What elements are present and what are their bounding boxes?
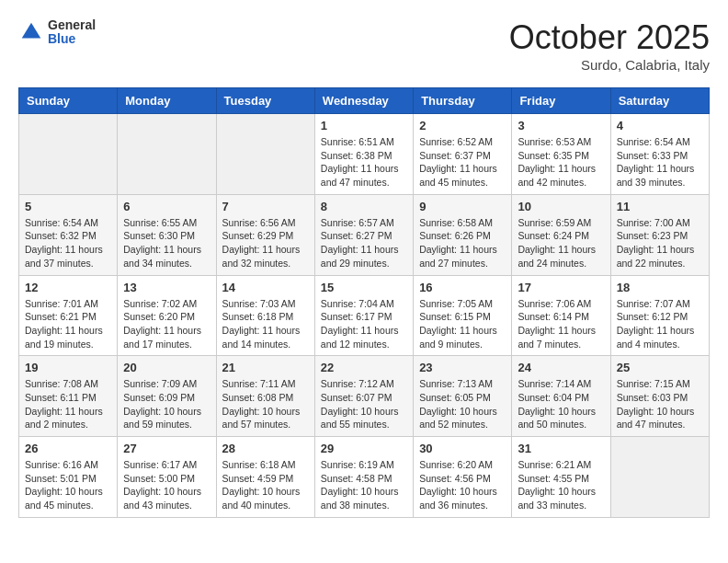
calendar-cell (118, 114, 216, 195)
day-number: 22 (321, 361, 407, 374)
day-number: 16 (419, 281, 506, 294)
day-info: Sunrise: 6:53 AM Sunset: 6:35 PM Dayligh… (518, 135, 604, 190)
day-info: Sunrise: 7:06 AM Sunset: 6:14 PM Dayligh… (518, 297, 604, 351)
day-number: 24 (518, 361, 604, 374)
day-info: Sunrise: 6:56 AM Sunset: 6:29 PM Dayligh… (222, 216, 309, 270)
calendar-cell: 31Sunrise: 6:21 AM Sunset: 4:55 PM Dayli… (512, 437, 610, 518)
calendar-cell: 12Sunrise: 7:01 AM Sunset: 6:21 PM Dayli… (19, 275, 118, 356)
day-info: Sunrise: 6:51 AM Sunset: 6:38 PM Dayligh… (321, 135, 407, 190)
calendar-cell: 4Sunrise: 6:54 AM Sunset: 6:33 PM Daylig… (610, 114, 709, 195)
day-info: Sunrise: 7:07 AM Sunset: 6:12 PM Dayligh… (617, 297, 703, 351)
calendar-cell: 26Sunrise: 6:16 AM Sunset: 5:01 PM Dayli… (19, 437, 118, 518)
calendar-cell: 27Sunrise: 6:17 AM Sunset: 5:00 PM Dayli… (118, 437, 216, 518)
day-number: 1 (321, 119, 407, 132)
page-header: General Blue October 2025 Surdo, Calabri… (18, 18, 710, 73)
calendar-cell: 23Sunrise: 7:13 AM Sunset: 6:05 PM Dayli… (414, 356, 512, 437)
day-info: Sunrise: 6:54 AM Sunset: 6:32 PM Dayligh… (25, 216, 111, 270)
day-number: 25 (617, 361, 703, 374)
column-header-wednesday: Wednesday (314, 88, 413, 114)
day-number: 18 (617, 281, 703, 294)
day-number: 14 (222, 281, 309, 294)
day-info: Sunrise: 6:58 AM Sunset: 6:26 PM Dayligh… (419, 216, 506, 270)
day-info: Sunrise: 7:08 AM Sunset: 6:11 PM Dayligh… (25, 377, 111, 431)
day-number: 26 (25, 442, 111, 455)
day-info: Sunrise: 6:52 AM Sunset: 6:37 PM Dayligh… (419, 135, 506, 190)
day-number: 12 (25, 281, 111, 294)
day-number: 6 (123, 200, 210, 213)
day-info: Sunrise: 7:12 AM Sunset: 6:07 PM Dayligh… (321, 377, 407, 431)
calendar-cell: 15Sunrise: 7:04 AM Sunset: 6:17 PM Dayli… (314, 275, 413, 356)
calendar-week-2: 5Sunrise: 6:54 AM Sunset: 6:32 PM Daylig… (19, 194, 710, 275)
day-info: Sunrise: 7:13 AM Sunset: 6:05 PM Dayligh… (419, 377, 506, 431)
calendar-week-3: 12Sunrise: 7:01 AM Sunset: 6:21 PM Dayli… (19, 275, 710, 356)
logo-blue: Blue (48, 32, 96, 46)
calendar-cell: 18Sunrise: 7:07 AM Sunset: 6:12 PM Dayli… (610, 275, 709, 356)
day-info: Sunrise: 6:54 AM Sunset: 6:33 PM Dayligh… (617, 135, 703, 190)
calendar-cell: 21Sunrise: 7:11 AM Sunset: 6:08 PM Dayli… (216, 356, 314, 437)
calendar-cell: 1Sunrise: 6:51 AM Sunset: 6:38 PM Daylig… (314, 114, 413, 195)
day-number: 4 (617, 119, 703, 132)
day-number: 5 (25, 200, 111, 213)
column-header-tuesday: Tuesday (216, 88, 314, 114)
calendar-cell: 20Sunrise: 7:09 AM Sunset: 6:09 PM Dayli… (118, 356, 216, 437)
day-number: 19 (25, 361, 111, 374)
day-info: Sunrise: 7:00 AM Sunset: 6:23 PM Dayligh… (617, 216, 703, 270)
calendar-cell: 22Sunrise: 7:12 AM Sunset: 6:07 PM Dayli… (314, 356, 413, 437)
logo-text: General Blue (48, 18, 96, 47)
calendar-cell: 29Sunrise: 6:19 AM Sunset: 4:58 PM Dayli… (314, 437, 413, 518)
calendar-cell: 5Sunrise: 6:54 AM Sunset: 6:32 PM Daylig… (19, 194, 118, 275)
calendar-cell: 24Sunrise: 7:14 AM Sunset: 6:04 PM Dayli… (512, 356, 610, 437)
day-number: 29 (321, 442, 407, 455)
day-info: Sunrise: 7:04 AM Sunset: 6:17 PM Dayligh… (321, 297, 407, 351)
calendar-cell: 2Sunrise: 6:52 AM Sunset: 6:37 PM Daylig… (414, 114, 512, 195)
day-info: Sunrise: 7:03 AM Sunset: 6:18 PM Dayligh… (222, 297, 309, 351)
calendar-week-4: 19Sunrise: 7:08 AM Sunset: 6:11 PM Dayli… (19, 356, 710, 437)
calendar-cell: 30Sunrise: 6:20 AM Sunset: 4:56 PM Dayli… (414, 437, 512, 518)
calendar-cell: 6Sunrise: 6:55 AM Sunset: 6:30 PM Daylig… (118, 194, 216, 275)
calendar-cell: 9Sunrise: 6:58 AM Sunset: 6:26 PM Daylig… (414, 194, 512, 275)
day-info: Sunrise: 6:59 AM Sunset: 6:24 PM Dayligh… (518, 216, 604, 270)
calendar-cell: 10Sunrise: 6:59 AM Sunset: 6:24 PM Dayli… (512, 194, 610, 275)
column-header-sunday: Sunday (19, 88, 118, 114)
calendar-cell: 11Sunrise: 7:00 AM Sunset: 6:23 PM Dayli… (610, 194, 709, 275)
column-header-saturday: Saturday (610, 88, 709, 114)
day-info: Sunrise: 6:19 AM Sunset: 4:58 PM Dayligh… (321, 458, 407, 512)
day-info: Sunrise: 6:55 AM Sunset: 6:30 PM Dayligh… (123, 216, 210, 270)
day-number: 21 (222, 361, 309, 374)
day-info: Sunrise: 6:20 AM Sunset: 4:56 PM Dayligh… (419, 458, 506, 512)
column-header-monday: Monday (118, 88, 216, 114)
calendar-cell: 14Sunrise: 7:03 AM Sunset: 6:18 PM Dayli… (216, 275, 314, 356)
day-number: 28 (222, 442, 309, 455)
calendar-cell: 25Sunrise: 7:15 AM Sunset: 6:03 PM Dayli… (610, 356, 709, 437)
day-info: Sunrise: 6:18 AM Sunset: 4:59 PM Dayligh… (222, 458, 309, 512)
day-number: 31 (518, 442, 604, 455)
day-info: Sunrise: 7:09 AM Sunset: 6:09 PM Dayligh… (123, 377, 210, 431)
day-number: 27 (123, 442, 210, 455)
calendar-cell (19, 114, 118, 195)
location-subtitle: Surdo, Calabria, Italy (509, 57, 710, 73)
day-info: Sunrise: 7:02 AM Sunset: 6:20 PM Dayligh… (123, 297, 210, 351)
day-number: 9 (419, 200, 506, 213)
calendar-cell: 17Sunrise: 7:06 AM Sunset: 6:14 PM Dayli… (512, 275, 610, 356)
column-header-thursday: Thursday (414, 88, 512, 114)
calendar-cell: 3Sunrise: 6:53 AM Sunset: 6:35 PM Daylig… (512, 114, 610, 195)
logo: General Blue (18, 18, 96, 47)
day-info: Sunrise: 7:01 AM Sunset: 6:21 PM Dayligh… (25, 297, 111, 351)
month-title: October 2025 (509, 18, 710, 57)
day-info: Sunrise: 6:17 AM Sunset: 5:00 PM Dayligh… (123, 458, 210, 512)
day-number: 23 (419, 361, 506, 374)
day-number: 3 (518, 119, 604, 132)
calendar-cell: 8Sunrise: 6:57 AM Sunset: 6:27 PM Daylig… (314, 194, 413, 275)
day-number: 2 (419, 119, 506, 132)
title-block: October 2025 Surdo, Calabria, Italy (509, 18, 710, 73)
calendar-cell: 7Sunrise: 6:56 AM Sunset: 6:29 PM Daylig… (216, 194, 314, 275)
day-info: Sunrise: 7:11 AM Sunset: 6:08 PM Dayligh… (222, 377, 309, 431)
day-info: Sunrise: 7:15 AM Sunset: 6:03 PM Dayligh… (617, 377, 703, 431)
calendar-header-row: SundayMondayTuesdayWednesdayThursdayFrid… (19, 88, 710, 114)
day-info: Sunrise: 6:57 AM Sunset: 6:27 PM Dayligh… (321, 216, 407, 270)
day-info: Sunrise: 7:14 AM Sunset: 6:04 PM Dayligh… (518, 377, 604, 431)
day-number: 17 (518, 281, 604, 294)
day-number: 7 (222, 200, 309, 213)
day-number: 30 (419, 442, 506, 455)
calendar-cell: 28Sunrise: 6:18 AM Sunset: 4:59 PM Dayli… (216, 437, 314, 518)
